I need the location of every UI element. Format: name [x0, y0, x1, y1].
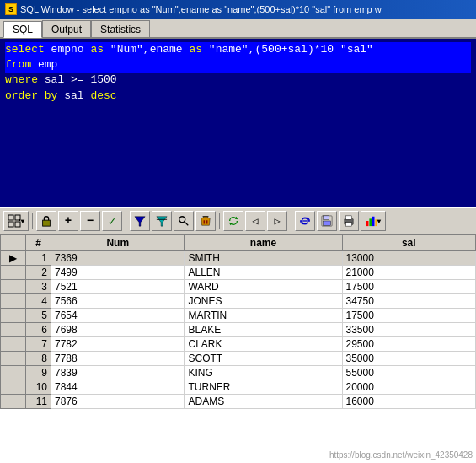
data-grid[interactable]: # Num name sal ▶17369SMITH1300027499ALLE… — [0, 234, 476, 463]
tab-output[interactable]: Output — [42, 20, 91, 37]
svg-rect-21 — [346, 223, 352, 226]
filter-icon — [134, 215, 146, 227]
grid-dropdown[interactable]: ▼ — [3, 211, 29, 231]
nav-right-button[interactable]: ▷ — [267, 211, 287, 231]
tab-sql[interactable]: SQL — [3, 21, 42, 38]
cell-num: 7839 — [51, 366, 185, 380]
row-number: 3 — [26, 280, 51, 294]
table-row[interactable]: 37521WARD17500 — [1, 280, 476, 294]
link-button[interactable] — [295, 211, 315, 231]
refresh-button[interactable] — [223, 211, 243, 231]
row-indicator — [1, 395, 26, 409]
search-button[interactable] — [174, 211, 194, 231]
cell-num: 7876 — [51, 395, 185, 409]
cell-name: ALLEN — [185, 266, 342, 280]
table-row[interactable]: 27499ALLEN21000 — [1, 266, 476, 280]
sql-line-2: from emp — [5, 57, 471, 73]
table-row[interactable]: 87788SCOTT35000 — [1, 352, 476, 366]
cell-sal: 17500 — [342, 309, 476, 323]
chart-icon — [366, 215, 377, 227]
table-row[interactable]: 67698BLAKE33500 — [1, 323, 476, 337]
row-indicator — [1, 280, 26, 294]
cell-num: 7499 — [51, 266, 185, 280]
col-header-sal[interactable]: sal — [342, 235, 476, 251]
remove-button[interactable]: − — [80, 211, 100, 231]
cell-num: 7782 — [51, 337, 185, 352]
cell-name: SMITH — [185, 251, 342, 266]
cell-sal: 16000 — [342, 395, 476, 409]
col-header-indicator — [1, 235, 26, 251]
save-button[interactable] — [317, 211, 337, 231]
chart-button[interactable]: ▼ — [361, 211, 386, 231]
check-icon: ✓ — [109, 214, 115, 229]
separator-1 — [32, 213, 33, 229]
cell-name: JONES — [185, 294, 342, 309]
window-title: SQL Window - select empno as "Num",ename… — [20, 4, 382, 14]
toolbar: ▼ + − ✓ — [0, 207, 476, 234]
table-row[interactable]: 97839KING55000 — [1, 366, 476, 380]
cell-num: 7788 — [51, 352, 185, 366]
cell-sal: 29500 — [342, 337, 476, 352]
cell-sal: 20000 — [342, 380, 476, 395]
row-number: 4 — [26, 294, 51, 309]
cell-sal: 21000 — [342, 266, 476, 280]
clear-button[interactable] — [195, 211, 216, 231]
lock-icon — [40, 215, 52, 227]
sql-line-4: order by sal desc — [5, 89, 471, 104]
cell-num: 7844 — [51, 380, 185, 395]
check-button[interactable]: ✓ — [102, 211, 122, 231]
filter-button[interactable] — [130, 211, 150, 231]
svg-rect-2 — [8, 222, 13, 227]
row-number: 6 — [26, 323, 51, 337]
filter2-icon — [156, 215, 168, 227]
table-row[interactable]: 117876ADAMS16000 — [1, 395, 476, 409]
lock-button[interactable] — [36, 211, 56, 231]
col-header-num[interactable]: Num — [51, 235, 185, 251]
row-number: 7 — [26, 337, 51, 352]
cell-name: CLARK — [185, 337, 342, 352]
watermark: https://blog.csdn.net/weixin_42350428 — [329, 450, 473, 460]
print-button[interactable] — [339, 211, 359, 231]
tab-statistics[interactable]: Statistics — [91, 20, 150, 37]
table-row[interactable]: 107844TURNER20000 — [1, 380, 476, 395]
separator-2 — [126, 213, 126, 229]
table-row[interactable]: 47566JONES34750 — [1, 294, 476, 309]
svg-marker-5 — [135, 217, 145, 226]
col-header-name[interactable]: name — [185, 235, 342, 251]
cell-num: 7369 — [51, 251, 185, 266]
row-indicator — [1, 366, 26, 380]
grid-button[interactable]: ▼ — [3, 211, 29, 231]
table-row[interactable]: 57654MARTIN17500 — [1, 309, 476, 323]
cell-num: 7654 — [51, 309, 185, 323]
dropdown-arrow-icon: ▼ — [21, 218, 25, 225]
svg-point-8 — [179, 217, 185, 223]
cell-name: TURNER — [185, 380, 342, 395]
save-icon — [321, 215, 333, 227]
separator-3 — [219, 213, 220, 229]
cell-name: SCOTT — [185, 352, 342, 366]
add-button[interactable]: + — [58, 211, 78, 231]
row-indicator — [1, 337, 26, 352]
search-icon — [178, 215, 190, 227]
print-icon — [343, 215, 355, 227]
row-number: 1 — [26, 251, 51, 266]
cell-num: 7698 — [51, 323, 185, 337]
cell-num: 7566 — [51, 294, 185, 309]
row-number: 9 — [26, 366, 51, 380]
row-indicator — [1, 352, 26, 366]
nav-right-icon: ▷ — [274, 215, 280, 228]
filter2-button[interactable] — [152, 211, 172, 231]
title-bar: S SQL Window - select empno as "Num",ena… — [0, 0, 476, 19]
svg-rect-3 — [15, 222, 20, 227]
svg-line-9 — [185, 222, 188, 225]
svg-marker-6 — [157, 217, 167, 226]
table-row[interactable]: 77782CLARK29500 — [1, 337, 476, 352]
nav-left-button[interactable]: ◁ — [245, 211, 265, 231]
sql-editor[interactable]: select empno as "Num",ename as "name",(5… — [0, 39, 476, 207]
svg-rect-20 — [346, 216, 352, 219]
cell-sal: 17500 — [342, 280, 476, 294]
chart-dropdown-icon: ▼ — [377, 218, 382, 225]
table-row[interactable]: ▶17369SMITH13000 — [1, 251, 476, 266]
col-header-rownum[interactable]: # — [26, 235, 51, 251]
svg-rect-25 — [375, 219, 377, 226]
